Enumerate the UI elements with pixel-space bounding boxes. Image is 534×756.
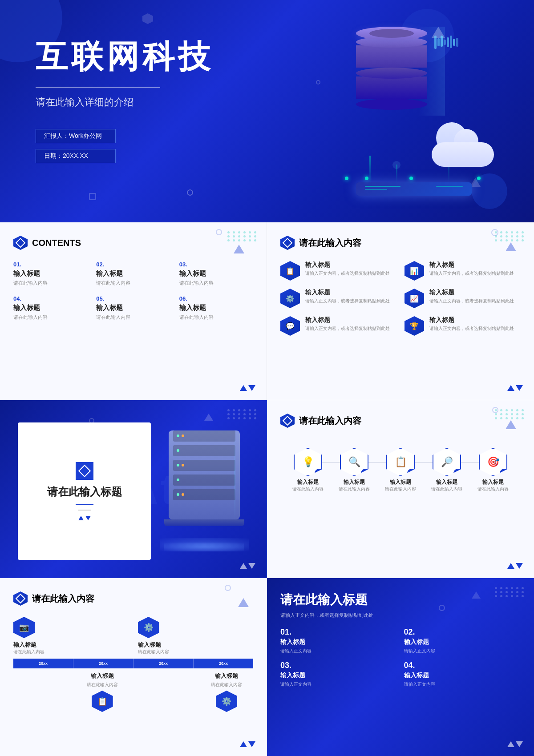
tl-top1-desc: 请在此输入内容 xyxy=(13,649,67,655)
ili6-text: 输入标题 请输入正文内容，或者选择复制粘贴到此处 xyxy=(429,316,514,332)
pi5-title: 输入标题 xyxy=(477,479,509,486)
ci5-title: 输入标题 xyxy=(96,304,170,312)
s6i4-title: 输入标题 xyxy=(404,672,521,680)
pi4-desc: 请在此输入内容 xyxy=(431,486,462,492)
content-item-3: 03. 输入标题 请在此输入内容 xyxy=(179,261,253,286)
deco-c2 xyxy=(216,229,222,235)
ili-6: 🏆 输入标题 请输入正文内容，或者选择复制粘贴到此处 xyxy=(405,316,521,336)
dots-pattern-s2 xyxy=(227,231,258,241)
ili2-icon: 📊 xyxy=(405,261,424,281)
dots-s3 xyxy=(495,231,525,241)
s5-section-title: 请在此输入内容 xyxy=(13,591,253,606)
server-illustration xyxy=(320,9,507,205)
deco-t4r xyxy=(506,420,516,429)
pi1-hex: 💡 01 xyxy=(294,448,322,476)
ili4-desc: 请输入正文内容，或者选择复制粘贴到此处 xyxy=(429,298,514,304)
content-item-4: 04. 输入标题 请在此输入内容 xyxy=(13,295,87,321)
deco-hex xyxy=(142,13,153,24)
ci2-desc: 请在此输入内容 xyxy=(96,280,170,286)
ili1-icon: 📋 xyxy=(280,261,300,281)
s6-grid: 01. 输入标题 请输入正文内容 02. 输入标题 请输入正文内容 03. 输入… xyxy=(280,627,521,688)
deco-c6 xyxy=(439,605,445,611)
tl-spacer4 xyxy=(138,672,191,712)
s6i1-num: 01. xyxy=(280,627,397,637)
tl-spacer xyxy=(76,617,129,655)
s6-subtitle: 请输入正文内容，或者选择复制粘贴到此处 xyxy=(280,612,521,619)
ili-5: 💬 输入标题 请输入正文内容，或者选择复制粘贴到此处 xyxy=(280,316,396,336)
pi3-num: 03 xyxy=(407,469,416,478)
s6i3-num: 03. xyxy=(280,661,397,670)
deco-t5 xyxy=(238,598,249,607)
tl-spacer3 xyxy=(13,672,67,712)
tl-bar-container: 20xx 20xx 20xx 20xx xyxy=(13,659,253,668)
tl-bottom-row: 输入标题 请在此输入内容 📋 输入标题 请在此输入内容 ⚙️ xyxy=(13,672,253,712)
ci6-num: 06. xyxy=(179,295,253,302)
pi-2: 🔍 02 输入标题 请在此输入内容 xyxy=(339,448,370,492)
ci4-title: 输入标题 xyxy=(13,304,87,312)
s4-box-line2 xyxy=(78,510,91,511)
ili3-text: 输入标题 请输入正文内容，或者选择复制粘贴到此处 xyxy=(305,289,390,304)
pi4-title: 输入标题 xyxy=(431,479,462,486)
ili6-title: 输入标题 xyxy=(429,316,514,324)
pi4-hex: 🔎 04 xyxy=(433,448,461,476)
slide1-title: 互联网科技 xyxy=(36,36,214,78)
s6-item-4: 04. 输入标题 请输入正文内容 xyxy=(404,661,521,688)
process-flow: 💡 01 输入标题 请在此输入内容 🔍 02 输入标题 请在此输入内容 xyxy=(280,439,521,497)
s6i4-num: 04. xyxy=(404,661,521,670)
ci6-desc: 请在此输入内容 xyxy=(179,314,253,321)
ili1-title: 输入标题 xyxy=(305,261,390,269)
s4r-section-title: 请在此输入内容 xyxy=(280,414,521,428)
deco-t6 xyxy=(472,591,481,599)
ci6-title: 输入标题 xyxy=(179,304,253,312)
s2-hex-icon xyxy=(13,236,28,250)
dots-s4l xyxy=(227,409,258,419)
pi-5: 🎯 05 输入标题 请在此输入内容 xyxy=(477,448,509,492)
s6i3-title: 输入标题 xyxy=(280,672,397,680)
slide6-final: 请在此输入标题 请输入正文内容，或者选择复制粘贴到此处 01. 输入标题 请输入… xyxy=(267,578,534,756)
tl-top1-title: 输入标题 xyxy=(13,641,67,649)
ci2-num: 02. xyxy=(96,261,170,268)
deco-t3 xyxy=(506,242,516,251)
s5-hex-icon xyxy=(13,591,28,606)
ili-4: 📈 输入标题 请输入正文内容，或者选择复制粘贴到此处 xyxy=(405,289,521,308)
pi2-title: 输入标题 xyxy=(339,479,370,486)
ili4-text: 输入标题 请输入正文内容，或者选择复制粘贴到此处 xyxy=(429,289,514,304)
s6-item-3: 03. 输入标题 请输入正文内容 xyxy=(280,661,397,688)
ili2-desc: 请输入正文内容，或者选择复制粘贴到此处 xyxy=(429,270,514,277)
tl-top2-title: 输入标题 xyxy=(138,641,191,649)
db-stack xyxy=(356,27,436,110)
content-item-1: 01. 输入标题 请在此输入内容 xyxy=(13,261,87,286)
ili6-icon: 🏆 xyxy=(405,316,424,336)
tl-label-1: 20xx xyxy=(13,659,73,668)
ili5-title: 输入标题 xyxy=(305,316,390,324)
ci1-num: 01. xyxy=(13,261,87,268)
s6i1-title: 输入标题 xyxy=(280,638,397,646)
ili4-icon: 📈 xyxy=(405,289,424,308)
ili3-desc: 请输入正文内容，或者选择复制粘贴到此处 xyxy=(305,298,390,304)
ili3-title: 输入标题 xyxy=(305,289,390,297)
slide4-white-box: 请在此输入标题 xyxy=(18,422,151,560)
deco-circle-xs xyxy=(316,80,320,84)
slide1-date: 日期：20XX.XX xyxy=(36,149,116,163)
ci4-desc: 请在此输入内容 xyxy=(13,314,87,321)
pi3-title: 输入标题 xyxy=(385,479,416,486)
ci5-desc: 请在此输入内容 xyxy=(96,314,170,321)
slide4-right: 请在此输入内容 💡 01 输入标题 请在此输入内容 🔍 02 xyxy=(267,400,534,578)
s4-box-line xyxy=(76,504,93,505)
server-small-illus xyxy=(155,427,253,551)
deco-square xyxy=(89,193,96,200)
s6i1-desc: 请输入正文内容 xyxy=(280,648,397,654)
tl-top2-desc: 请在此输入内容 xyxy=(138,649,191,655)
pi5-desc: 请在此输入内容 xyxy=(477,486,509,492)
s2-section-title: CONTENTS xyxy=(13,236,253,250)
tl-bot2-desc: 请在此输入内容 xyxy=(200,682,253,688)
tl-bot1-title: 输入标题 xyxy=(76,672,129,680)
s3-hex-icon xyxy=(280,236,295,250)
tl-top1-icon: 📷 xyxy=(13,617,35,638)
pi2-hex: 🔍 02 xyxy=(340,448,368,476)
s6i3-desc: 请输入正文内容 xyxy=(280,681,397,688)
dots-s6 xyxy=(495,587,525,597)
tl-bottom-1: 输入标题 请在此输入内容 📋 xyxy=(76,672,129,712)
ili-1: 📋 输入标题 请输入正文内容，或者选择复制粘贴到此处 xyxy=(280,261,396,281)
corner-triangle-s5 xyxy=(240,741,255,747)
